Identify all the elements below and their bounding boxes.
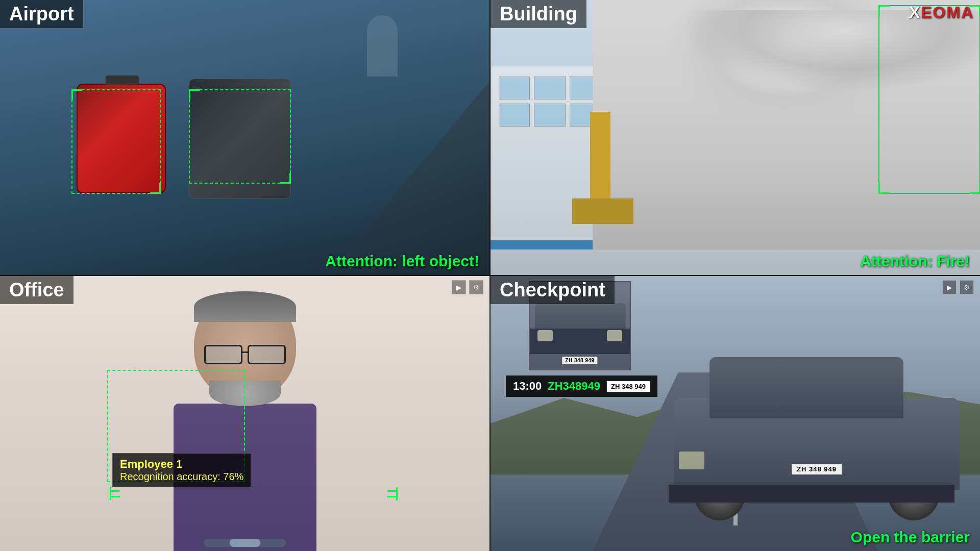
headlight-l xyxy=(537,330,553,341)
airport-alert: Attention: left object! xyxy=(325,253,479,270)
office-label: Office xyxy=(0,276,74,304)
recognition-accuracy: Recognition accuracy: 76% xyxy=(120,471,243,483)
checkpoint-play-btn[interactable]: ▶ xyxy=(942,280,957,294)
airport-person-bg xyxy=(367,15,398,77)
building-label: Building xyxy=(491,0,586,28)
xeoma-x: X xyxy=(909,3,921,21)
camera-airport: Airport Attention: left object! xyxy=(0,0,489,275)
glasses-right xyxy=(248,345,286,364)
glasses-bridge xyxy=(241,352,249,353)
face-frame-corner-br xyxy=(387,487,398,497)
camera-grid: Airport Attention: left object! xyxy=(0,0,980,551)
building-windows xyxy=(499,77,601,127)
face-frame-corner-bl xyxy=(110,487,120,497)
plate-time: 13:00 xyxy=(513,380,542,393)
corner-tl xyxy=(878,5,890,16)
office-controls: ▶ ⚙ xyxy=(452,280,483,294)
window xyxy=(499,104,530,127)
car-plate: ZH 348 949 xyxy=(792,464,842,474)
plate-number: ZH348949 xyxy=(548,380,600,393)
office-play-btn[interactable]: ▶ xyxy=(452,280,466,294)
suitcase-handle xyxy=(106,76,139,85)
checkpoint-controls: ▶ ⚙ xyxy=(942,280,974,294)
employee-name: Employee 1 xyxy=(120,458,243,471)
thumb-plate: ZH 348 949 xyxy=(562,357,597,364)
main-car: ZH 348 949 xyxy=(669,357,965,520)
scrollbar[interactable] xyxy=(204,539,286,547)
office-settings-btn[interactable]: ⚙ xyxy=(469,280,483,294)
window xyxy=(534,77,565,99)
camera-office: Employee 1 Recognition accuracy: 76% Off… xyxy=(0,276,489,551)
plate-recognition-info: 13:00 ZH348949 ZH 348 949 xyxy=(506,375,657,397)
corner-bl xyxy=(878,183,890,194)
camera-checkpoint: ZH 348 949 13:00 ZH348949 ZH 348 949 ZH … xyxy=(491,276,980,551)
left-object-detection-box xyxy=(71,89,161,194)
glasses-left xyxy=(204,345,242,364)
scrollbar-thumb xyxy=(230,539,260,547)
car-light-front xyxy=(679,452,704,469)
airport-label: Airport xyxy=(0,0,83,28)
person-hair xyxy=(194,291,296,322)
headlight-r xyxy=(607,330,622,341)
plate-badge: ZH 348 949 xyxy=(606,381,650,392)
window xyxy=(534,104,565,127)
recognition-info: Employee 1 Recognition accuracy: 76% xyxy=(112,453,251,487)
building-alert: Attention: Fire! xyxy=(860,253,970,270)
xeoma-rest: EOMA xyxy=(921,3,974,21)
work-platform xyxy=(572,198,633,224)
right-object-detection-box xyxy=(189,89,291,184)
window xyxy=(499,77,530,99)
checkpoint-settings-btn[interactable]: ⚙ xyxy=(960,280,974,294)
checkpoint-alert: Open the barrier xyxy=(851,529,970,546)
corner-br xyxy=(969,183,980,194)
camera-building: Building XEOMA Attention: Fire! xyxy=(491,0,980,275)
car-undercarriage xyxy=(669,485,954,503)
xeoma-brand: XEOMA xyxy=(909,3,974,22)
fire-detection-box xyxy=(878,5,980,194)
car-cabin xyxy=(709,357,903,418)
checkpoint-label: Checkpoint xyxy=(491,276,615,304)
